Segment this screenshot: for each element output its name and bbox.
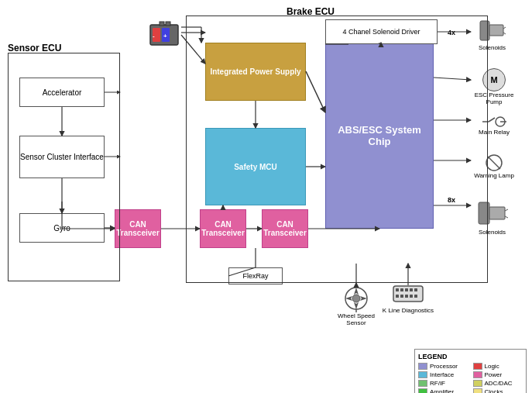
legend-item-processor: Processor	[418, 363, 469, 370]
svg-rect-25	[396, 288, 399, 291]
legend-color-rfif	[418, 380, 427, 387]
svg-rect-1	[160, 22, 164, 26]
svg-rect-26	[400, 288, 403, 291]
svg-text:+: +	[163, 33, 167, 40]
diagram: Sensor ECU Brake ECU Accelerator Sensor …	[0, 0, 532, 393]
svg-rect-28	[410, 288, 413, 291]
svg-text:-: -	[153, 33, 155, 40]
svg-rect-18	[489, 207, 505, 219]
can-transceiver-sensor: CAN Transceiver	[115, 209, 161, 248]
svg-rect-32	[405, 295, 408, 298]
legend-color-logic	[473, 363, 482, 370]
sensor-ecu-container	[8, 53, 120, 281]
svg-rect-31	[400, 295, 403, 298]
legend-item-logic: Logic	[473, 363, 523, 370]
legend-title: LEGEND	[418, 353, 523, 360]
svg-rect-29	[414, 288, 417, 291]
svg-line-20	[505, 216, 508, 218]
legend-color-power	[473, 371, 482, 378]
svg-line-16	[488, 157, 500, 169]
svg-rect-34	[414, 295, 417, 298]
sensor-ecu-label: Sensor ECU	[8, 43, 61, 53]
legend: LEGEND Processor Logic Interface Power R…	[414, 349, 527, 393]
legend-color-amplifier	[418, 388, 427, 393]
svg-line-12	[489, 118, 495, 122]
svg-rect-30	[396, 295, 399, 298]
legend-item-power: Power	[473, 371, 523, 378]
legend-item-amplifier: Amplifier	[418, 388, 469, 393]
legend-item-adcdac: ADC/DAC	[473, 380, 523, 387]
kline-container: K Line Diagnostics	[381, 285, 435, 314]
kline-label: K Line Diagnostics	[383, 307, 434, 314]
legend-item-clocks: Clocks	[473, 388, 523, 393]
svg-rect-33	[410, 295, 413, 298]
brake-ecu-container	[186, 16, 488, 283]
svg-point-22	[352, 295, 360, 302]
svg-rect-2	[166, 22, 170, 26]
svg-rect-27	[405, 288, 408, 291]
svg-line-19	[505, 209, 508, 211]
svg-rect-8	[489, 25, 503, 36]
legend-item-interface: Interface	[418, 371, 469, 378]
wheel-speed-label: Wheel Speed Sensor	[333, 312, 379, 326]
battery-icon: - +	[149, 20, 181, 51]
legend-color-adcdac	[473, 380, 482, 387]
legend-grid: Processor Logic Interface Power RF/IF AD…	[418, 363, 523, 393]
wheel-speed-container: Wheel Speed Sensor	[333, 285, 379, 326]
legend-color-processor	[418, 363, 427, 370]
legend-item-rfif: RF/IF	[418, 380, 469, 387]
legend-color-clocks	[473, 388, 482, 393]
legend-color-interface	[418, 371, 427, 378]
